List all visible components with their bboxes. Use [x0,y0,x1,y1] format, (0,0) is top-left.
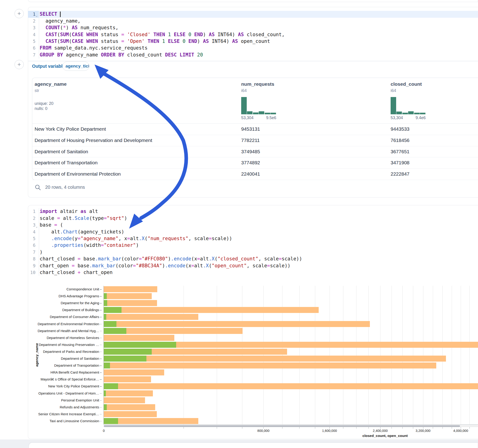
bar-open-count [104,328,126,334]
x-axis-tick-label: 1,600,000 [313,429,346,433]
code-token [57,11,60,17]
line-number: 8 [28,255,39,262]
add-cell-button[interactable]: + [14,60,24,69]
code-token: ( [57,32,60,37]
y-axis-label: Refunds and Adjustments [32,405,99,409]
y-axis-label: New York City Police Department [32,384,99,388]
code-token: CASE [72,38,83,44]
code-token: = [57,216,60,221]
bar-closed-count [104,314,198,320]
code-token [40,25,45,31]
column-meta: nulls: 0 [35,106,47,111]
column-header: agency_name [35,81,67,87]
x-axis-tick-label: 4,000,000 [445,429,477,433]
code-token: .Chart [60,229,78,235]
axis-tick [100,407,102,408]
code-token: CAST [45,32,57,37]
x-axis-tick-label: 0 [88,429,120,433]
y-axis-label: Taxi and Limousine Commission [32,419,99,423]
code-token: = [77,236,81,241]
code-token: = [101,243,104,248]
line-number: 3 [28,25,39,31]
y-axis-label: Department of Parks and Recreation [32,350,99,354]
code-text: chart_closed + chart_open [40,269,113,276]
code-token: alt [40,229,60,235]
bar-open-count [104,314,106,320]
code-token: = [77,256,81,261]
y-axis-label: Senior Citizen Rent Increase Exempti… [32,412,99,416]
add-cell-button[interactable]: + [14,9,24,18]
bar-open-count [104,321,116,327]
bar-closed-count [104,411,157,417]
code-token [40,38,45,44]
axis-tick [100,310,102,311]
code-token: (width [83,243,101,248]
y-axis-label: Department of Environmental Protection [32,322,99,326]
code-token: = [72,263,75,268]
code-token: CAST [45,38,57,44]
table-cell: Department of Transportation [35,157,98,168]
bar-closed-count [104,286,157,292]
bar-open-count [104,404,107,410]
code-token: WHEN [86,32,98,37]
output-variable-label: Output variable: [32,64,67,69]
code-token: + [77,270,81,275]
axis-tick [100,400,102,401]
code-token: * [63,25,66,31]
bar-closed-count [104,356,446,361]
code-token: alt [86,209,98,214]
axis-tick [100,379,102,380]
line-number: 1 [28,208,39,215]
bar-closed-count [104,307,319,313]
bar-closed-count [104,390,153,396]
line-number: 9 [28,262,39,269]
axis-tick [100,421,102,422]
code-token: .encode [51,236,72,241]
code-text: agency_name, [40,18,81,25]
code-token: agency_name [63,52,101,58]
output-variable-pill[interactable]: agency_tickets [63,62,89,71]
x-axis-tick-label: 2,400,000 [364,429,396,433]
code-token: chart_closed [40,256,77,261]
axis-tick [100,331,102,331]
code-token: BY [57,52,63,58]
y-axis-label: Department of Buildings [32,308,99,312]
code-token: base [40,222,54,228]
code-token [83,32,87,37]
code-token: (y [72,236,77,241]
axis-tick [100,296,102,297]
bar-closed-count [104,376,151,382]
line-number: 6 [28,242,39,249]
y-axis-label: Department of Sanitation [32,356,99,361]
bar-closed-count [104,404,155,410]
code-token: ( [60,25,63,31]
axis-tick [100,366,102,366]
next-cell-card [29,442,478,448]
bar-closed-count [104,335,174,341]
code-token: ( [69,32,72,37]
code-token: scale [40,216,57,221]
line-number: 4 [28,229,39,235]
chart-scrollbar-thumb[interactable] [104,425,460,427]
code-token: CASE [72,32,83,37]
code-token: chart_closed [40,270,77,275]
y-axis-label: Operations Unit - Department of Hom… [32,391,99,395]
code-token: WHEN [86,38,98,44]
line-number: 7 [28,52,39,58]
code-token: (type [89,216,104,221]
search-icon[interactable] [35,184,41,191]
bar-closed-count [104,369,164,375]
y-axis-title: agency_name [35,336,39,373]
table-row-count: 20 rows, 4 columns [45,185,85,190]
code-token: SUM [60,32,69,37]
code-text: ) [40,249,43,255]
x-axis-tick-label: 3,200,000 [407,429,439,433]
bar-open-count [104,307,121,313]
y-axis-label: Correspondence Unit [32,287,99,291]
code-token: ( [57,222,63,228]
bar-closed-count [104,362,436,368]
axis-tick [100,303,102,304]
notebook-page: { "colors":{"accent_blue":"#1b6ba8","arr… [0,0,478,448]
code-token: AS [72,25,77,31]
y-axis-label: Department of Homeless Services [32,336,99,340]
